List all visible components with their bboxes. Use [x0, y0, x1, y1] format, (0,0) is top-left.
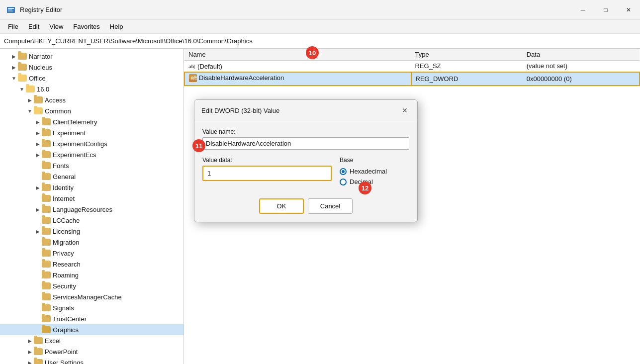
tree-item-office[interactable]: ▼ Office: [0, 73, 183, 84]
dialog-close-button[interactable]: ✕: [399, 105, 410, 116]
expand-office[interactable]: ▼: [10, 74, 18, 82]
tree-label-roaming: Roaming: [53, 272, 79, 279]
tree-item-licensing[interactable]: ▶ Licensing: [0, 226, 183, 237]
tree-item-experimentecs[interactable]: ▶ ExperimentEcs: [0, 149, 183, 160]
menu-edit[interactable]: Edit: [24, 22, 43, 31]
reg-name-default: ab| (Default): [184, 61, 411, 72]
registry-editor-window: Registry Editor ─ □ ✕ File Edit View Fav…: [0, 0, 640, 364]
tree-item-research[interactable]: ▶ Research: [0, 259, 183, 270]
tree-label-fonts: Fonts: [53, 162, 69, 170]
radio-hex-row[interactable]: Hexadecimal: [340, 168, 409, 175]
tree-item-graphics[interactable]: ▶ Graphics: [0, 324, 183, 335]
expand-experiment[interactable]: ▶: [34, 129, 42, 137]
reg-type-default: REG_SZ: [411, 61, 523, 72]
step-badge-11: 11: [192, 139, 205, 152]
restore-button[interactable]: □: [594, 0, 617, 20]
expand-languageresources[interactable]: ▶: [34, 205, 42, 213]
tree-item-privacy[interactable]: ▶ Privacy: [0, 248, 183, 259]
tree-label-16-0: 16.0: [37, 86, 49, 93]
expand-identity[interactable]: ▶: [34, 183, 42, 191]
svg-rect-6: [189, 79, 197, 82]
dialog-row-value-base: Value data: Base Hexadecimal Decimal: [202, 157, 409, 188]
tree-item-languageresources[interactable]: ▶ LanguageResources: [0, 204, 183, 215]
edit-dword-dialog: Edit DWORD (32-bit) Value ✕ Value name: …: [194, 99, 418, 222]
tree-label-nucleus: Nucleus: [29, 64, 52, 71]
abc-icon: ab|: [188, 63, 195, 69]
tree-item-excel[interactable]: ▶ Excel: [0, 335, 183, 346]
dialog-body: Value name: DisableHardwareAcceleration …: [194, 120, 417, 222]
tree-item-experimentconfigs[interactable]: ▶ ExperimentConfigs: [0, 138, 183, 149]
tree-item-migration[interactable]: ▶ Migration: [0, 237, 183, 248]
menu-help[interactable]: Help: [106, 22, 127, 31]
tree-label-migration: Migration: [53, 239, 79, 246]
title-bar: Registry Editor ─ □ ✕: [0, 0, 640, 20]
tree-item-general[interactable]: ▶ General: [0, 171, 183, 182]
tree-item-common[interactable]: ▼ Common: [0, 105, 183, 116]
folder-icon-nucleus: [18, 64, 27, 71]
tree-item-lccache[interactable]: ▶ LCCache: [0, 215, 183, 226]
expand-nucleus[interactable]: ▶: [10, 63, 18, 71]
menu-file[interactable]: File: [4, 22, 22, 31]
folder-icon-identity: [42, 184, 51, 191]
value-data-input[interactable]: [202, 166, 332, 181]
expand-narrator[interactable]: ▶: [10, 52, 18, 60]
expand-common[interactable]: ▼: [26, 107, 34, 115]
menu-favorites[interactable]: Favorites: [69, 22, 103, 31]
tree-label-usersettings: User Settings: [45, 359, 84, 364]
tree-item-narrator[interactable]: ▶ Narrator: [0, 51, 183, 62]
expand-16-0[interactable]: ▼: [18, 85, 26, 93]
tree-label-privacy: Privacy: [53, 250, 74, 257]
tree-label-servicesmanagercache: ServicesManagerCache: [53, 293, 122, 301]
tree-item-fonts[interactable]: ▶ Fonts: [0, 160, 183, 171]
tree-item-powerpoint[interactable]: ▶ PowerPoint: [0, 346, 183, 357]
window-controls: ─ □ ✕: [571, 0, 640, 20]
reg-data-default: (value not set): [523, 61, 640, 72]
dialog-title-bar: Edit DWORD (32-bit) Value ✕: [194, 100, 417, 120]
radio-decimal[interactable]: [340, 179, 347, 185]
folder-icon-migration: [42, 239, 51, 246]
tree-label-excel: Excel: [45, 337, 61, 345]
tree-item-servicesmanagercache[interactable]: ▶ ServicesManagerCache: [0, 291, 183, 302]
table-row-disable-hw[interactable]: ab DisableHardwareAcceleration REG_DWORD…: [184, 72, 640, 86]
folder-icon-common: [34, 107, 43, 114]
tree-item-experiment[interactable]: ▶ Experiment: [0, 127, 183, 138]
tree-label-powerpoint: PowerPoint: [45, 348, 78, 356]
tree-label-general: General: [53, 173, 76, 181]
tree-item-internet[interactable]: ▶ Internet: [0, 193, 183, 204]
registry-editor-icon: [6, 5, 16, 15]
cancel-button[interactable]: Cancel: [308, 198, 353, 214]
expand-experimentconfigs[interactable]: ▶: [34, 140, 42, 148]
tree-label-narrator: Narrator: [29, 53, 53, 60]
tree-item-identity[interactable]: ▶ Identity: [0, 182, 183, 193]
expand-excel[interactable]: ▶: [26, 337, 34, 345]
tree-label-lccache: LCCache: [53, 217, 80, 224]
tree-item-nucleus[interactable]: ▶ Nucleus: [0, 62, 183, 73]
tree-item-trustcenter[interactable]: ▶ TrustCenter: [0, 313, 183, 324]
tree-item-roaming[interactable]: ▶ Roaming: [0, 270, 183, 280]
tree-panel[interactable]: ▶ Narrator ▶ Nucleus ▼ Office ▼ 16.0: [0, 49, 184, 364]
radio-dec-row[interactable]: Decimal: [340, 178, 409, 185]
address-bar[interactable]: Computer\HKEY_CURRENT_USER\Software\Micr…: [0, 34, 640, 49]
tree-item-16-0[interactable]: ▼ 16.0: [0, 84, 183, 94]
expand-powerpoint[interactable]: ▶: [26, 348, 34, 356]
tree-item-access[interactable]: ▶ Access: [0, 94, 183, 105]
expand-licensing[interactable]: ▶: [34, 227, 42, 235]
tree-item-security[interactable]: ▶ Security: [0, 280, 183, 291]
dword-icon: ab: [189, 74, 197, 82]
close-button[interactable]: ✕: [617, 0, 640, 20]
expand-experimentecs[interactable]: ▶: [34, 151, 42, 159]
ok-button[interactable]: OK: [259, 198, 304, 214]
expand-clienttelemetry[interactable]: ▶: [34, 118, 42, 126]
table-row[interactable]: ab| (Default) REG_SZ (value not set): [184, 61, 640, 72]
col-name: Name: [184, 49, 411, 61]
tree-item-usersettings[interactable]: ▶ User Settings: [0, 357, 183, 364]
menu-view[interactable]: View: [45, 22, 67, 31]
folder-icon-powerpoint: [34, 348, 43, 355]
tree-item-clienttelemetry[interactable]: ▶ ClientTelemetry: [0, 116, 183, 127]
expand-access[interactable]: ▶: [26, 96, 34, 104]
radio-hexadecimal[interactable]: [340, 168, 347, 175]
tree-item-signals[interactable]: ▶ Signals: [0, 302, 183, 313]
tree-label-experimentconfigs: ExperimentConfigs: [53, 140, 107, 148]
expand-usersettings[interactable]: ▶: [26, 359, 34, 364]
minimize-button[interactable]: ─: [571, 0, 594, 20]
